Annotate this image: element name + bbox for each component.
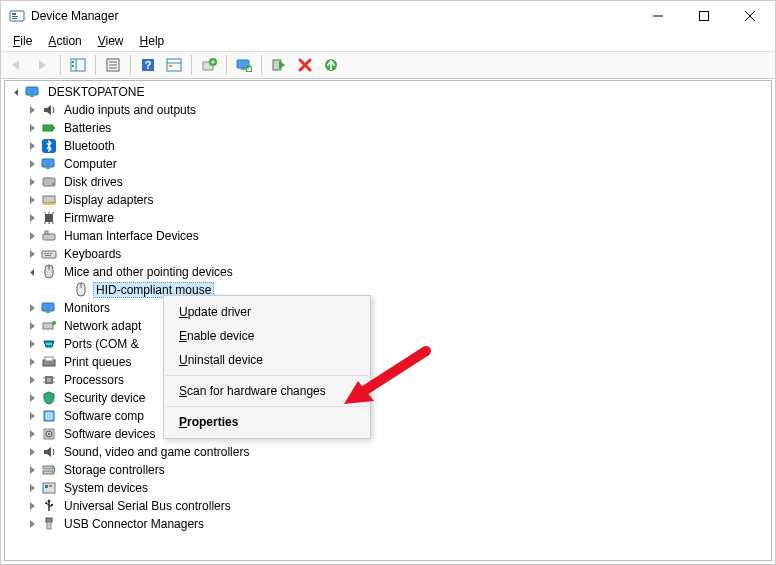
maximize-button[interactable] (681, 1, 727, 31)
device-category-icon (41, 102, 57, 118)
properties-button[interactable] (101, 54, 125, 76)
device-tree-panel[interactable]: DESKTOPATONE Audio inputs and outputsBat… (4, 80, 772, 561)
tree-category[interactable]: Display adapters (5, 191, 771, 209)
minimize-button[interactable] (635, 1, 681, 31)
tree-category[interactable]: Processors (5, 371, 771, 389)
chevron-right-icon[interactable] (25, 481, 39, 495)
tree-category[interactable]: Security device (5, 389, 771, 407)
update-driver-button[interactable] (197, 54, 221, 76)
chevron-right-icon[interactable] (25, 337, 39, 351)
device-tree[interactable]: DESKTOPATONE Audio inputs and outputsBat… (5, 83, 771, 533)
svg-rect-67 (47, 378, 51, 382)
titlebar: Device Manager (1, 1, 775, 31)
chevron-right-icon[interactable] (25, 373, 39, 387)
tree-category[interactable]: Software devices (5, 425, 771, 443)
device-icon (73, 282, 89, 298)
tree-root[interactable]: DESKTOPATONE (5, 83, 771, 101)
tree-category[interactable]: Bluetooth (5, 137, 771, 155)
chevron-right-icon[interactable] (25, 517, 39, 531)
help-button[interactable]: ? (136, 54, 160, 76)
action-pane-button[interactable] (162, 54, 186, 76)
chevron-right-icon[interactable] (25, 175, 39, 189)
chevron-right-icon[interactable] (25, 121, 39, 135)
tree-category-label: Human Interface Devices (61, 228, 202, 244)
forward-button (31, 54, 55, 76)
chevron-right-icon[interactable] (25, 229, 39, 243)
svg-rect-39 (45, 214, 53, 222)
device-category-icon (41, 246, 57, 262)
tree-root-label: DESKTOPATONE (45, 84, 147, 100)
toolbar: ? (1, 51, 775, 79)
ctx-enable-device[interactable]: Enable device (165, 324, 369, 348)
toolbar-separator (130, 55, 131, 75)
chevron-right-icon[interactable] (25, 139, 39, 153)
device-category-icon (41, 426, 57, 442)
tree-category[interactable]: Computer (5, 155, 771, 173)
show-hide-tree-button[interactable] (66, 54, 90, 76)
scan-remote-button[interactable] (232, 54, 256, 76)
svg-rect-5 (700, 12, 709, 21)
tree-category-label: Batteries (61, 120, 114, 136)
tree-category[interactable]: Sound, video and game controllers (5, 443, 771, 461)
menu-help[interactable]: Help (132, 32, 173, 50)
tree-category-label: Sound, video and game controllers (61, 444, 252, 460)
tree-category[interactable]: Disk drives (5, 173, 771, 191)
chevron-right-icon[interactable] (25, 391, 39, 405)
ctx-update-driver[interactable]: Update driver (165, 300, 369, 324)
tree-category[interactable]: System devices (5, 479, 771, 497)
chevron-down-icon[interactable] (25, 265, 39, 279)
svg-rect-86 (51, 504, 53, 506)
chevron-right-icon[interactable] (25, 427, 39, 441)
tree-category[interactable]: Keyboards (5, 245, 771, 263)
svg-rect-47 (45, 231, 48, 234)
chevron-right-icon[interactable] (25, 463, 39, 477)
chevron-right-icon[interactable] (25, 409, 39, 423)
chevron-down-icon[interactable] (9, 85, 23, 99)
uninstall-button[interactable] (293, 54, 317, 76)
tree-category-label: Display adapters (61, 192, 156, 208)
chevron-right-icon[interactable] (25, 247, 39, 261)
chevron-right-icon[interactable] (25, 211, 39, 225)
close-button[interactable] (727, 1, 773, 31)
svg-rect-87 (46, 518, 52, 522)
tree-category[interactable]: Batteries (5, 119, 771, 137)
tree-category[interactable]: Mice and other pointing devices (5, 263, 771, 281)
svg-point-77 (48, 433, 50, 435)
chevron-right-icon[interactable] (25, 157, 39, 171)
enable-device-button[interactable] (267, 54, 291, 76)
svg-rect-28 (26, 87, 38, 95)
tree-category[interactable]: Ports (COM & (5, 335, 771, 353)
tree-category-label: Processors (61, 372, 127, 388)
tree-category[interactable]: Print queues (5, 353, 771, 371)
ctx-uninstall-device[interactable]: Uninstall device (165, 348, 369, 372)
menu-view[interactable]: View (90, 32, 132, 50)
tree-category[interactable]: Universal Serial Bus controllers (5, 497, 771, 515)
chevron-right-icon[interactable] (25, 193, 39, 207)
menu-action[interactable]: Action (40, 32, 89, 50)
chevron-right-icon[interactable] (25, 301, 39, 315)
chevron-right-icon[interactable] (25, 445, 39, 459)
tree-category[interactable]: Human Interface Devices (5, 227, 771, 245)
svg-point-62 (48, 343, 50, 345)
menu-file[interactable]: File (5, 32, 40, 50)
tree-category[interactable]: Audio inputs and outputs (5, 101, 771, 119)
tree-category[interactable]: Storage controllers (5, 461, 771, 479)
chevron-right-icon[interactable] (25, 499, 39, 513)
tree-category[interactable]: Monitors (5, 299, 771, 317)
tree-category[interactable]: Firmware (5, 209, 771, 227)
device-category-icon (41, 336, 57, 352)
chevron-right-icon[interactable] (25, 319, 39, 333)
tree-category-label: Software devices (61, 426, 158, 442)
device-category-icon (41, 444, 57, 460)
chevron-right-icon[interactable] (25, 103, 39, 117)
tree-category[interactable]: Software comp (5, 407, 771, 425)
svg-rect-81 (45, 485, 48, 488)
tree-category[interactable]: USB Connector Managers (5, 515, 771, 533)
tree-category[interactable]: Network adapt (5, 317, 771, 335)
chevron-right-icon[interactable] (25, 355, 39, 369)
scan-hardware-button[interactable] (319, 54, 343, 76)
ctx-properties[interactable]: Properties (165, 410, 369, 434)
ctx-scan-hardware[interactable]: Scan for hardware changes (165, 379, 369, 403)
tree-device[interactable]: HID-compliant mouse (5, 281, 771, 299)
svg-rect-31 (53, 127, 55, 129)
